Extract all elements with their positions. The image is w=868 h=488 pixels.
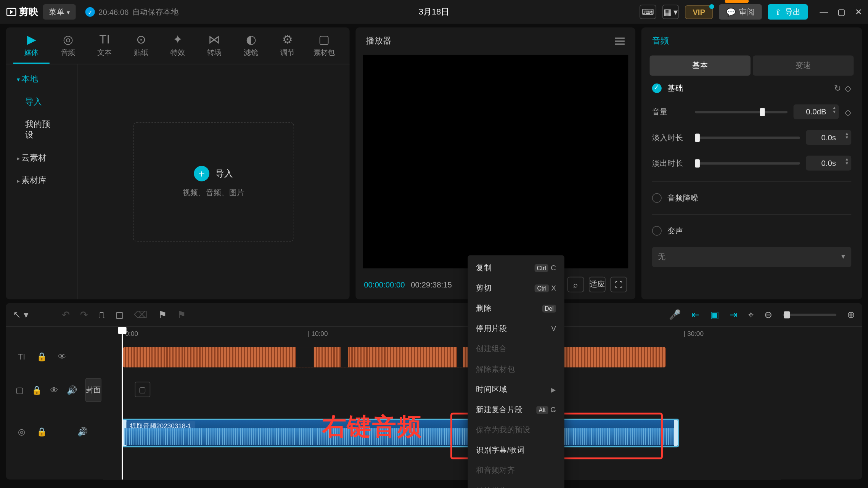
timecode-current: 00:00:00:00 bbox=[364, 280, 405, 289]
magnet-icon[interactable]: ⌖ bbox=[748, 309, 754, 320]
keyframe-icon[interactable]: ◇ bbox=[845, 83, 851, 93]
ctx-link-media: 链接媒体 bbox=[468, 481, 564, 488]
check-icon: ✓ bbox=[85, 7, 95, 17]
tab-adjust[interactable]: ⚙调节 bbox=[269, 32, 306, 64]
ctx-align-audio: 和音频对齐 bbox=[468, 461, 564, 481]
tab-filter[interactable]: ◐滤镜 bbox=[233, 32, 269, 64]
crop-icon[interactable]: ◻ bbox=[116, 309, 123, 320]
vip-button[interactable]: VIP bbox=[685, 5, 713, 19]
chevron-down-icon: ▾ bbox=[841, 252, 845, 262]
clip-handle-right[interactable] bbox=[674, 420, 678, 446]
zoom-slider[interactable] bbox=[783, 313, 836, 316]
ctx-copy[interactable]: 复制CtrlC bbox=[468, 258, 564, 278]
project-title: 3月18日 bbox=[419, 6, 449, 17]
fadeout-slider[interactable] bbox=[695, 162, 800, 164]
zoom-in-icon[interactable]: ⊕ bbox=[847, 309, 855, 320]
export-button[interactable]: ⇧导出 bbox=[768, 4, 808, 20]
maximize-icon[interactable]: ▢ bbox=[837, 7, 845, 17]
media-icon: ▶ bbox=[27, 32, 36, 47]
tree-lib[interactable]: 素材库 bbox=[8, 169, 75, 192]
effect-icon: ✦ bbox=[173, 32, 183, 47]
lock-icon[interactable]: 🔒 bbox=[36, 427, 48, 437]
flag-icon[interactable]: ⚑ bbox=[158, 309, 167, 320]
ctx-disable[interactable]: 停用片段V bbox=[468, 318, 564, 339]
split-icon[interactable]: ⎍ bbox=[99, 309, 105, 320]
mute-icon[interactable]: 🔊 bbox=[76, 427, 88, 437]
layout-icon[interactable]: ▦ ▾ bbox=[662, 5, 679, 19]
fadeout-value[interactable]: 0.0s▲▼ bbox=[806, 156, 851, 170]
playhead[interactable] bbox=[122, 327, 123, 479]
reset-icon[interactable]: ↻ bbox=[834, 83, 841, 93]
fit-button[interactable]: 适应 bbox=[589, 277, 606, 292]
volume-label: 音量 bbox=[652, 106, 689, 117]
pointer-tool[interactable]: ↖ ▾ bbox=[13, 309, 28, 320]
snap-center-icon[interactable]: ▣ bbox=[710, 309, 719, 320]
delete-left-icon[interactable]: ⌫ bbox=[134, 309, 148, 320]
snap-right-icon[interactable]: ⇥ bbox=[730, 309, 737, 320]
transition-icon: ⋈ bbox=[208, 32, 220, 47]
ctx-delete[interactable]: 删除Del bbox=[468, 298, 564, 318]
volume-slider[interactable] bbox=[695, 111, 787, 113]
basic-checkbox[interactable] bbox=[652, 83, 662, 93]
eye-icon[interactable]: 👁 bbox=[56, 352, 68, 361]
fadein-value[interactable]: 0.0s▲▼ bbox=[806, 130, 851, 145]
mute-icon[interactable]: 🔊 bbox=[67, 385, 77, 395]
voicechange-select[interactable]: 无▾ bbox=[652, 247, 851, 267]
flag2-icon[interactable]: ⚑ bbox=[177, 309, 186, 320]
ctx-recognize-subtitle[interactable]: 识别字幕/歌词 bbox=[468, 440, 564, 460]
redo-icon[interactable]: ↷ bbox=[80, 309, 88, 320]
props-tab-basic[interactable]: 基本 bbox=[650, 55, 751, 75]
minimize-icon[interactable]: — bbox=[820, 7, 828, 17]
tab-pack[interactable]: ▢素材包 bbox=[306, 32, 342, 64]
video-track-icon: ▢ bbox=[16, 385, 23, 395]
tab-effect[interactable]: ✦特效 bbox=[159, 32, 196, 64]
plus-icon: + bbox=[194, 166, 209, 181]
tab-transition[interactable]: ⋈转场 bbox=[196, 32, 233, 64]
zoom-out-icon[interactable]: ⊖ bbox=[764, 309, 772, 320]
ctx-cut[interactable]: 剪切CtrlX bbox=[468, 278, 564, 298]
media-tree: 本地 导入 我的预设 云素材 素材库 bbox=[6, 64, 78, 299]
text-clip[interactable] bbox=[123, 347, 666, 367]
volume-value[interactable]: 0.0dB▲▼ bbox=[794, 104, 839, 119]
lock-icon[interactable]: 🔒 bbox=[32, 385, 42, 395]
top-tabs: ▶媒体 ◎音频 TI文本 ⊙贴纸 ✦特效 ⋈转场 ◐滤镜 ⚙调节 ▢素材包 bbox=[6, 27, 350, 64]
audio-clip[interactable]: 提取音频20230318-1 bbox=[122, 419, 679, 447]
ctx-ungroup: 解除素材包 bbox=[468, 359, 564, 379]
tab-sticker[interactable]: ⊙贴纸 bbox=[123, 32, 159, 64]
add-video-icon[interactable]: ▢ bbox=[135, 382, 151, 397]
undo-icon[interactable]: ↶ bbox=[62, 309, 69, 320]
voicechange-checkbox[interactable] bbox=[652, 226, 662, 236]
import-dropzone[interactable]: +导入 视频、音频、图片 bbox=[133, 122, 294, 242]
tab-audio[interactable]: ◎音频 bbox=[50, 32, 86, 64]
tab-text[interactable]: TI文本 bbox=[86, 32, 123, 64]
snap-left-icon[interactable]: ⇤ bbox=[691, 309, 699, 320]
tab-media[interactable]: ▶媒体 bbox=[13, 32, 50, 64]
volume-keyframe-icon[interactable]: ◇ bbox=[845, 107, 851, 117]
text-track-header: TI 🔒 👁 bbox=[6, 340, 111, 374]
video-preview[interactable] bbox=[363, 55, 628, 268]
tree-import[interactable]: 导入 bbox=[8, 91, 75, 113]
waveform bbox=[124, 428, 677, 445]
fullscreen-icon[interactable]: ⛶ bbox=[610, 277, 627, 292]
mic-icon[interactable]: 🎤 bbox=[669, 309, 681, 320]
tree-my-preset[interactable]: 我的预设 bbox=[8, 113, 75, 147]
ctx-time-region[interactable]: 时间区域▶ bbox=[468, 379, 564, 400]
audio-icon: ◎ bbox=[63, 32, 73, 47]
lock-icon[interactable]: 🔒 bbox=[36, 352, 48, 361]
close-icon[interactable]: ✕ bbox=[855, 7, 862, 17]
eye-icon[interactable]: 👁 bbox=[50, 385, 58, 395]
keyboard-icon[interactable]: ⌨ bbox=[640, 5, 656, 19]
props-tab-speed[interactable]: 变速 bbox=[753, 55, 854, 75]
fadein-slider[interactable] bbox=[695, 136, 800, 138]
cover-button[interactable]: 封面 bbox=[85, 378, 101, 402]
denoise-checkbox[interactable] bbox=[652, 193, 662, 203]
tree-cloud[interactable]: 云素材 bbox=[8, 147, 75, 169]
fadein-label: 淡入时长 bbox=[652, 132, 689, 143]
ctx-compound[interactable]: 新建复合片段AltG bbox=[468, 400, 564, 420]
title-bar: 剪映 菜单 ✓ 20:46:06 自动保存本地 3月18日 ⌨ ▦ ▾ VIP … bbox=[0, 0, 868, 24]
review-button[interactable]: 💬审阅 bbox=[719, 4, 762, 20]
player-menu-icon[interactable] bbox=[615, 38, 625, 45]
zoom-icon[interactable]: ⌕ bbox=[567, 277, 584, 292]
tree-local[interactable]: 本地 bbox=[8, 68, 75, 90]
menu-dropdown[interactable]: 菜单 bbox=[43, 4, 76, 20]
